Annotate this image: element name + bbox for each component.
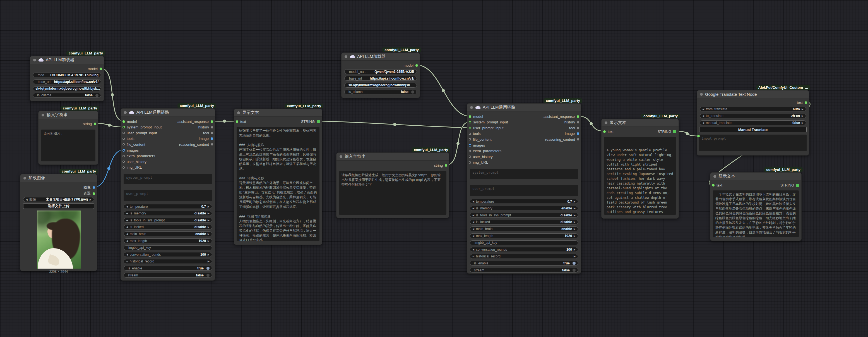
combo-left-arrow-icon[interactable]: ◀ (472, 255, 474, 258)
toggle-is_ollama[interactable]: is_ollamafalse (33, 93, 101, 98)
widget-temperature[interactable]: ◀temperature0.7▶ (124, 204, 212, 209)
slot-connector-dot[interactable] (577, 115, 579, 118)
output-slot-string[interactable]: string (40, 121, 96, 127)
widget-max_length[interactable]: ◀max_length1920▶ (124, 238, 212, 243)
node-display1[interactable]: 显示文本comfyui_LLM_partytextSTRING这张图片呈现了一位… (234, 109, 322, 245)
output-slot-image[interactable]: image (469, 131, 579, 137)
node-loader1[interactable]: API LLM加载器comfyui_LLM_partymodelmod ...T… (30, 56, 104, 101)
input-slot-user_history[interactable]: user_history (469, 154, 579, 160)
combo-right-arrow-icon[interactable]: ▶ (208, 219, 210, 222)
output-slot-model[interactable]: model (343, 62, 418, 68)
combo-right-arrow-icon[interactable]: ▶ (208, 240, 210, 242)
input-slot-extra_parameters[interactable]: extra_parameters (469, 148, 579, 154)
slot-connector-dot[interactable] (445, 164, 447, 167)
input-slot-img_URL[interactable]: img_URL (469, 160, 579, 165)
slot-connector-dot[interactable] (469, 150, 471, 152)
widget-base_url[interactable]: base_urlhttps://api.siliconflow.cn/v1/ (33, 79, 101, 84)
combo-left-arrow-icon[interactable]: ◀ (702, 114, 704, 117)
manual-translate-button[interactable]: Manual Trasnlate (699, 127, 807, 132)
combo-left-arrow-icon[interactable]: ◀ (126, 232, 128, 235)
combo-left-arrow-icon[interactable]: ◀ (702, 121, 704, 124)
node-loader2[interactable]: API LLM加载器comfyui_LLM_partymodelmodel_na… (341, 53, 420, 98)
widget-is_locked[interactable]: ◀is_lockeddisable▶ (124, 225, 212, 229)
string-grid-icon[interactable] (796, 184, 799, 187)
system-prompt-text-area[interactable]: system_prompt (124, 174, 212, 184)
user-prompt-text-area[interactable]: user_prompt (124, 190, 212, 201)
slot-connector-dot[interactable] (577, 127, 579, 129)
combo-right-arrow-icon[interactable]: ▶ (574, 248, 576, 251)
combo-left-arrow-icon[interactable]: ◀ (26, 198, 28, 201)
combo-left-arrow-icon[interactable]: ◀ (472, 234, 474, 237)
slot-connector-dot[interactable] (469, 156, 471, 158)
slot-connector-dot[interactable] (469, 161, 471, 164)
widget-conversation_rounds[interactable]: ◀conversation_rounds100▶ (470, 247, 578, 252)
slot-connector-dot[interactable] (123, 166, 125, 169)
image-connector-dot[interactable] (123, 149, 125, 151)
node-display3[interactable]: 显示文本comfyui_LLM_partytextSTRING一个年轻女子在柔和… (710, 172, 802, 241)
combo-right-arrow-icon[interactable]: ▶ (574, 221, 576, 223)
widget-historical_record[interactable]: ◀historical_record▶ (470, 254, 578, 259)
combo-right-arrow-icon[interactable]: ▶ (802, 108, 804, 111)
combo-left-arrow-icon[interactable]: ◀ (472, 228, 474, 230)
image-connector-dot[interactable] (211, 137, 213, 140)
string-text-area[interactable]: 请分析图片： (41, 130, 95, 161)
combo-left-arrow-icon[interactable]: ◀ (126, 240, 128, 242)
combo-left-arrow-icon[interactable]: ◀ (472, 248, 474, 251)
node-image1[interactable]: 加载图像comfyui_LLM_party图像遮罩◀图像未命名项目-图层 1 (… (20, 174, 97, 271)
output-slot-history[interactable]: history (469, 119, 579, 125)
slot-connector-dot[interactable] (123, 155, 125, 157)
widget-is_memory[interactable]: ◀is_memorydisable▶ (124, 211, 212, 216)
widget-main_brain[interactable]: ◀main_brainenable▶ (470, 226, 578, 231)
display-text-area[interactable]: 一个年轻女子在柔和的自然照明下柔和的曲目景色，穿着白色的水手式服装，带有浅色条纹… (713, 190, 799, 237)
widget-is_locked[interactable]: ◀is_lockeddisable▶ (470, 220, 578, 224)
node-header[interactable]: Google Translate Text Node (697, 90, 809, 98)
widget-model_na_[interactable]: model_na ...Qwen/Qwen3-235B-A22B (344, 69, 417, 74)
output-slot-reasoning_content[interactable]: reasoning_content (469, 137, 579, 142)
text-input-slot[interactable] (697, 135, 700, 137)
slot-connector-dot[interactable] (93, 192, 95, 195)
combo-right-arrow-icon[interactable]: ▶ (208, 253, 210, 256)
combo-left-arrow-icon[interactable]: ◀ (126, 253, 128, 256)
link-midpoint-dot[interactable] (393, 123, 396, 126)
slot-connector-dot[interactable] (577, 121, 579, 123)
widget-max_length[interactable]: ◀max_length1920▶ (470, 233, 578, 238)
widget-base_url[interactable]: base_urlhttps://api.siliconflow.cn/v1/ (344, 76, 417, 81)
node-header[interactable]: 显示文本 (234, 109, 322, 117)
output-slot-tool[interactable]: tool (469, 125, 579, 131)
input-slot-images[interactable]: images (123, 147, 213, 153)
slot-connector-dot[interactable] (805, 101, 807, 104)
image-connector-dot[interactable] (577, 132, 579, 135)
image-connector-dot[interactable] (93, 186, 95, 189)
node-string1[interactable]: 输入字符串comfyui_LLM_partystring请分析图片： (38, 111, 98, 165)
output-slot-text[interactable]: text (699, 100, 807, 105)
toggle-knob[interactable] (411, 90, 414, 93)
node-display2[interactable]: 显示文本comfyui_LLM_partytextSTRING A young … (601, 119, 679, 219)
node-header[interactable]: API LLM加载器 (342, 53, 420, 61)
combo-left-arrow-icon[interactable]: ◀ (126, 260, 128, 263)
node-header[interactable]: 输入字符串 (38, 111, 98, 119)
slot-connector-dot[interactable] (415, 64, 418, 67)
combo-right-arrow-icon[interactable]: ▶ (574, 234, 576, 237)
output-slot-model[interactable]: model (32, 66, 102, 72)
link-midpoint-dot[interactable] (223, 120, 226, 123)
widget-manual_translate[interactable]: ◀manual_translatefalse▶ (700, 120, 806, 125)
combo-right-arrow-icon[interactable]: ▶ (574, 200, 576, 203)
combo-right-arrow-icon[interactable]: ▶ (208, 260, 210, 263)
toggle-knob[interactable] (572, 262, 576, 265)
input-slot-images[interactable]: images (469, 142, 579, 148)
slot-connector-dot[interactable] (94, 122, 96, 125)
output-slot-history[interactable]: history (123, 124, 213, 130)
output-slot-string[interactable]: string (338, 163, 447, 168)
combo-right-arrow-icon[interactable]: ▶ (574, 207, 576, 210)
link-midpoint-dot[interactable] (686, 132, 689, 135)
toggle-stream[interactable]: streamfalse (124, 273, 212, 278)
widget-imgbb_api_key[interactable]: imgbb_api_key (124, 246, 212, 250)
combo-left-arrow-icon[interactable]: ◀ (702, 108, 704, 111)
collapse-dot[interactable] (345, 55, 347, 58)
output-slot-img[interactable]: 图像 (22, 185, 95, 190)
string-grid-icon[interactable] (673, 130, 676, 133)
collapse-dot[interactable] (41, 114, 44, 116)
node-graph-canvas[interactable]: API LLM加载器comfyui_LLM_partymodelmod ...T… (0, 0, 868, 337)
node-chain2[interactable]: API LLM通用链路comfyui_LLM_partymodelsystem_… (467, 103, 581, 274)
toggle-knob[interactable] (572, 269, 576, 272)
